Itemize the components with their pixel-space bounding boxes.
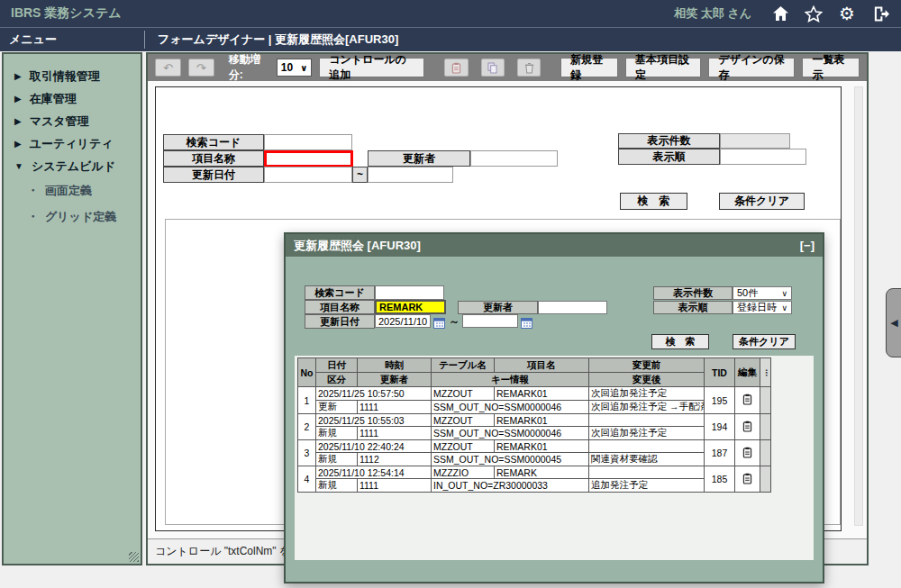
- item-name-input[interactable]: REMARK: [375, 300, 446, 314]
- list-view-button[interactable]: 一覧表示: [802, 58, 860, 77]
- sidebar-item-master[interactable]: ▶マスタ管理: [4, 110, 141, 132]
- edit-button-cell[interactable]: [735, 440, 760, 466]
- paste-button[interactable]: [444, 59, 468, 77]
- edit-button-cell[interactable]: [735, 466, 760, 493]
- sidebar-item-utility[interactable]: ▶ユーティリティ: [4, 132, 141, 155]
- search-button[interactable]: 検 索: [620, 193, 687, 210]
- display-order-select[interactable]: 登録日時 ∨: [733, 301, 792, 314]
- item-name-input-selected[interactable]: [264, 150, 353, 167]
- grid-scrollbar[interactable]: [760, 440, 771, 466]
- cell-key-info: SSM_OUT_NO=SSM0000046: [432, 401, 589, 414]
- table-row[interactable]: 新規 1112 SSM_OUT_NO=SSM0000045 関連資材要確認: [298, 453, 771, 466]
- designer-toolbar: ↶ ↷ 移動増分: 10 ∨ コントロールの追加 新規登録 基本項目設定 デザイ…: [148, 54, 867, 81]
- col-header-after[interactable]: 変更後: [589, 373, 705, 387]
- basic-item-settings-button[interactable]: 基本項目設定: [625, 58, 701, 77]
- settings-gear-icon[interactable]: ⚙: [837, 4, 857, 23]
- new-register-button[interactable]: 新規登録: [560, 58, 618, 77]
- table-row[interactable]: 2 2025/11/25 10:55:03 MZZOUT REMARK01 19…: [298, 414, 771, 427]
- add-control-button[interactable]: コントロールの追加: [319, 58, 424, 77]
- grid-scrollbar[interactable]: [760, 466, 771, 493]
- canvas-scrollbar[interactable]: [854, 86, 863, 526]
- item-name-label[interactable]: 項目名称: [163, 150, 264, 167]
- table-row[interactable]: 新規 1111 SSM_OUT_NO=SSM0000046 次回追加発注予定: [298, 427, 771, 440]
- updater-input[interactable]: [470, 150, 558, 167]
- table-row[interactable]: 1 2025/11/25 10:57:50 MZZOUT REMARK01 次回…: [298, 387, 771, 401]
- delete-button[interactable]: [517, 59, 541, 77]
- display-order-input[interactable]: [720, 149, 806, 165]
- dialog-title-bar[interactable]: 更新履歴照会 [AFUR30] [−]: [286, 234, 823, 257]
- sidebar-item-label: 在庫管理: [30, 91, 77, 107]
- search-button[interactable]: 検 索: [651, 334, 709, 349]
- sidebar-resize-grip[interactable]: [129, 552, 139, 562]
- table-row[interactable]: 3 2025/11/10 22:40:24 MZZOUT REMARK01 18…: [298, 440, 771, 453]
- updater-label[interactable]: 更新者: [368, 150, 470, 167]
- search-code-input[interactable]: [375, 285, 444, 300]
- date-to-input[interactable]: [462, 314, 518, 328]
- copy-button[interactable]: [481, 59, 505, 77]
- paste-icon: [451, 62, 461, 74]
- col-header-tid[interactable]: TID: [705, 358, 735, 387]
- col-header-key[interactable]: キー情報: [432, 373, 589, 387]
- edit-button-cell[interactable]: [735, 387, 760, 414]
- grid-scrollbar[interactable]: [760, 414, 771, 440]
- col-header-before[interactable]: 変更前: [589, 358, 705, 373]
- table-row[interactable]: 新規 1111 IN_OUT_NO=ZR30000033 追加発注予定: [298, 479, 771, 493]
- sidebar-subitem-gamen-teigi[interactable]: ・画面定義: [4, 177, 141, 204]
- collapsed-arrow-icon: ▶: [14, 139, 22, 149]
- table-row[interactable]: 更新 1111 SSM_OUT_NO=SSM0000046 次回追加発注予定 →…: [298, 401, 771, 414]
- updater-input[interactable]: [538, 301, 607, 314]
- top-bar: IBRS 業務システム 相笑 太郎 さん ⚙: [0, 0, 901, 27]
- display-count-label[interactable]: 表示件数: [618, 133, 720, 149]
- logout-icon[interactable]: [870, 4, 890, 23]
- date-from-input[interactable]: [264, 167, 352, 183]
- display-order-label[interactable]: 表示順: [618, 149, 720, 165]
- grid-scrollbar[interactable]: [760, 387, 771, 414]
- column-menu-icon[interactable]: ⋮: [760, 358, 771, 387]
- cell-key-info: SSM_OUT_NO=SSM0000045: [432, 453, 589, 466]
- save-design-button[interactable]: デザインの保存: [708, 58, 795, 77]
- table-row[interactable]: 4 2025/11/10 12:54:14 MZZZIO REMARK 185: [298, 466, 771, 479]
- sidebar-item-systembuild[interactable]: ▼システムビルド: [4, 155, 141, 177]
- collapsed-arrow-icon: ▶: [14, 116, 22, 126]
- search-code-label[interactable]: 検索コード: [163, 134, 264, 150]
- date-from-input[interactable]: 2025/11/10: [375, 314, 431, 328]
- search-code-input[interactable]: [264, 134, 352, 150]
- cell-before: [589, 414, 705, 427]
- sidebar-item-torihiki[interactable]: ▶取引情報管理: [4, 65, 141, 87]
- move-increment-select[interactable]: 10 ∨: [277, 59, 312, 77]
- date-to-input[interactable]: [368, 167, 453, 183]
- cell-table-name: MZZOUT: [432, 387, 495, 401]
- minimize-button[interactable]: [−]: [800, 239, 815, 252]
- display-count-value: 50件: [737, 286, 758, 300]
- move-increment-label: 移動増分:: [229, 52, 269, 83]
- clear-conditions-button[interactable]: 条件クリア: [719, 193, 805, 210]
- sidebar-item-label: 取引情報管理: [30, 68, 100, 85]
- updater-label: 更新者: [458, 301, 538, 314]
- calendar-icon[interactable]: [521, 316, 532, 328]
- favorite-star-icon[interactable]: [804, 4, 824, 23]
- edit-button-cell[interactable]: [735, 414, 760, 440]
- display-count-box[interactable]: [720, 133, 790, 149]
- dialog-title: 更新履歴照会 [AFUR30]: [294, 238, 421, 254]
- col-header-edit[interactable]: 編集: [735, 358, 760, 387]
- col-header-table[interactable]: テーブル名: [432, 358, 495, 373]
- collapse-panel-tab[interactable]: ◀: [886, 288, 901, 357]
- col-header-updater[interactable]: 更新者: [358, 373, 432, 387]
- col-header-no[interactable]: No: [298, 358, 316, 387]
- col-header-item[interactable]: 項目名: [495, 358, 589, 373]
- item-name-label: 項目名称: [305, 300, 375, 314]
- home-icon[interactable]: [770, 4, 790, 23]
- col-header-date[interactable]: 日付: [316, 358, 358, 373]
- sidebar-subitem-grid-teigi[interactable]: ・グリッド定義: [4, 204, 141, 230]
- redo-button[interactable]: ↷: [188, 59, 214, 77]
- tilde-label[interactable]: ~: [352, 167, 368, 183]
- col-header-kubun[interactable]: 区分: [316, 373, 358, 387]
- display-count-select[interactable]: 50件 ∨: [733, 286, 792, 300]
- user-name: 相笑 太郎 さん: [674, 5, 751, 22]
- col-header-time[interactable]: 時刻: [358, 358, 432, 373]
- sidebar-item-zaiko[interactable]: ▶在庫管理: [4, 87, 141, 110]
- undo-button[interactable]: ↶: [155, 59, 181, 77]
- clear-conditions-button[interactable]: 条件クリア: [733, 334, 796, 349]
- calendar-icon[interactable]: [433, 316, 445, 328]
- update-date-label[interactable]: 更新日付: [163, 167, 264, 183]
